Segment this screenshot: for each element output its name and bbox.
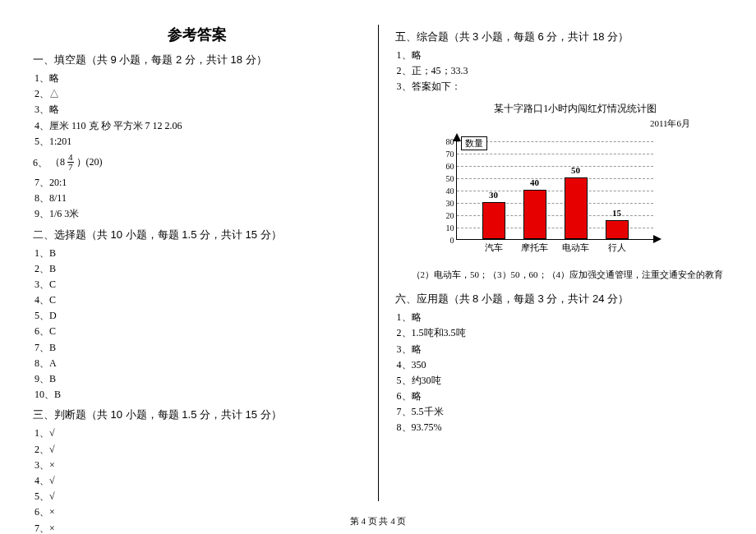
y-tick-label: 40 [438,186,454,195]
right-column: 五、综合题（共 3 小题，每题 6 分，共计 18 分） 1、略 2、正；45；… [395,25,724,501]
app-a1: 1、略 [397,310,724,325]
fill-a6: 6、 （8 4 7 ）(20) [33,153,362,172]
y-tick-label: 20 [438,210,454,219]
fill-a3: 3、略 [35,102,362,117]
judge-a3: 3、× [35,458,362,473]
grid-line [457,154,653,154]
column-divider [378,25,379,501]
y-tick-label: 10 [438,223,454,232]
app-a6: 6、略 [397,389,724,404]
choice-a9: 9、B [35,371,362,387]
choice-a7: 7、B [35,340,362,356]
choice-a2: 2、B [35,261,362,277]
chart-bar: 15 [606,220,629,239]
y-tick-label: 80 [438,136,454,145]
bar-value-label: 50 [565,165,587,175]
section-5-header: 五、综合题（共 3 小题，每题 6 分，共计 18 分） [395,30,724,44]
comp-a3: 3、答案如下： [397,79,724,94]
fill-a2: 2、△ [35,86,362,102]
x-tick-label: 电动车 [560,242,592,254]
section-2-header: 二、选择题（共 10 小题，每题 1.5 分，共计 15 分） [33,228,362,242]
y-tick-label: 30 [438,198,454,207]
fill-a6-right: ）(20) [76,154,103,170]
page-number: 第 4 页 共 4 页 [0,515,756,527]
choice-a5: 5、D [35,308,362,324]
section-6-header: 六、应用题（共 8 小题，每题 3 分，共计 24 分） [395,292,724,306]
choice-a10: 10、B [35,387,362,403]
y-tick-label: 60 [438,161,454,170]
main-title: 参考答案 [33,25,362,44]
x-tick-label: 行人 [601,242,634,254]
app-a2: 2、1.5吨和3.5吨 [397,325,724,341]
chart-title: 某十字路口1小时内闯红灯情况统计图 [428,102,724,116]
arrow-right-icon [653,235,662,243]
fill-a6-left: （8 [50,154,65,170]
comp-a2: 2、正；45；33.3 [397,63,724,79]
choice-a6: 6、C [35,324,362,339]
section-3-header: 三、判断题（共 10 小题，每题 1.5 分，共计 15 分） [33,407,362,422]
chart-bar: 40 [523,190,546,239]
x-tick-label: 汽车 [477,242,510,254]
comp-note: （2）电动车，50；（3）50，60；（4）应加强交通管理，注重交通安全的教育 [412,268,724,283]
app-a7: 7、5.5千米 [397,404,724,420]
choice-a1: 1、B [35,246,362,261]
chart-bar: 30 [482,202,505,239]
comp-a1: 1、略 [397,48,724,63]
app-a8: 8、93.75% [397,420,724,435]
judge-a4: 4、√ [35,473,362,489]
fill-a7: 7、20:1 [35,175,362,191]
app-a4: 4、350 [397,357,724,373]
y-tick-label: 0 [438,235,454,244]
y-tick-label: 50 [438,173,454,182]
fill-a6-prefix: 6、 [33,155,48,171]
judge-a5: 5、√ [35,489,362,504]
app-a5: 5、约30吨 [397,373,724,389]
choice-a8: 8、A [35,356,362,371]
fill-a5: 5、1:201 [35,134,362,150]
fraction-icon: 4 7 [67,153,74,172]
bar-chart: 数量 30汽车40摩托车50电动车15行人 01020304050607080 [428,131,675,263]
bar-value-label: 15 [606,208,628,218]
chart-container: 某十字路口1小时内闯红灯情况统计图 2011年6月 数量 30汽车40摩托车50… [428,102,724,263]
y-tick-label: 70 [438,149,454,158]
fill-a9: 9、1/6 3米 [35,206,362,222]
chart-subtitle: 2011年6月 [428,117,691,130]
left-column: 参考答案 一、填空题（共 9 小题，每题 2 分，共计 18 分） 1、略 2、… [33,25,362,501]
fill-a4: 4、厘米 110 克 秒 平方米 7 12 2.06 [35,118,362,134]
fill-a1: 1、略 [35,71,362,86]
fill-a8: 8、8/11 [35,191,362,206]
section-1-header: 一、填空题（共 9 小题，每题 2 分，共计 18 分） [33,53,362,67]
choice-a4: 4、C [35,292,362,308]
grid-line [457,178,653,179]
bar-value-label: 40 [524,177,546,187]
grid-line [457,166,653,167]
judge-a2: 2、√ [35,442,362,458]
choice-a3: 3、C [35,277,362,292]
chart-bar: 50 [565,177,588,239]
judge-a1: 1、√ [35,426,362,441]
y-axis-label: 数量 [461,136,487,150]
bar-value-label: 30 [483,190,505,200]
app-a3: 3、略 [397,342,724,357]
x-tick-label: 摩托车 [519,242,551,254]
